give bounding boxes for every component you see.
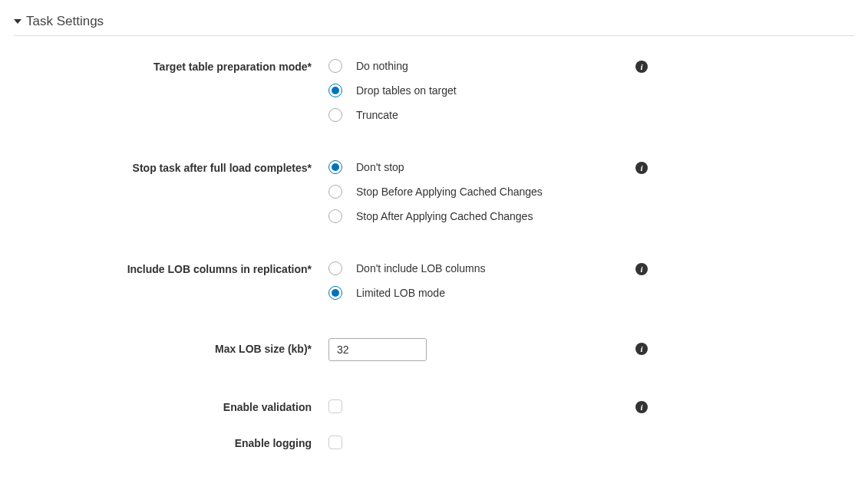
control-lob-columns: Don't include LOB columns Limited LOB mo… — [328, 261, 635, 300]
checkbox-enable-logging[interactable] — [328, 435, 342, 449]
radio-dont-stop[interactable] — [328, 160, 342, 174]
row-preparation-mode: Target table preparation mode* Do nothin… — [14, 59, 854, 122]
radio-label-no-lob: Don't include LOB columns — [356, 262, 485, 274]
max-lob-input[interactable] — [328, 338, 427, 361]
label-max-lob: Max LOB size (kb)* — [14, 338, 328, 355]
radio-limited-lob[interactable] — [328, 286, 342, 300]
info-icon[interactable]: i — [635, 343, 648, 355]
radio-option-limited-lob: Limited LOB mode — [328, 286, 635, 300]
radio-label-stop-after: Stop After Applying Cached Changes — [356, 210, 533, 222]
info-col: i — [635, 399, 658, 413]
radio-label-do-nothing: Do nothing — [356, 60, 408, 72]
label-stop-task: Stop task after full load completes* — [14, 160, 328, 174]
radio-option-stop-after: Stop After Applying Cached Changes — [328, 209, 635, 223]
info-col: i — [635, 160, 658, 174]
radio-do-nothing[interactable] — [328, 59, 342, 73]
radio-label-truncate: Truncate — [356, 109, 398, 121]
info-col: i — [635, 59, 658, 73]
radio-drop-tables[interactable] — [328, 84, 342, 97]
radio-no-lob[interactable] — [328, 261, 342, 275]
radio-option-stop-before: Stop Before Applying Cached Changes — [328, 185, 635, 199]
info-icon[interactable]: i — [635, 401, 648, 413]
radio-label-dont-stop: Don't stop — [356, 161, 404, 173]
radio-option-dont-stop: Don't stop — [328, 160, 635, 174]
row-max-lob: Max LOB size (kb)* i — [14, 338, 854, 361]
label-lob-columns: Include LOB columns in replication* — [14, 261, 328, 275]
caret-down-icon — [14, 19, 21, 24]
radio-option-truncate: Truncate — [328, 108, 635, 122]
radio-label-stop-before: Stop Before Applying Cached Changes — [356, 186, 543, 198]
radio-option-drop-tables: Drop tables on target — [328, 84, 635, 97]
radio-option-do-nothing: Do nothing — [328, 59, 635, 73]
section-title: Task Settings — [26, 14, 104, 29]
radio-label-limited-lob: Limited LOB mode — [356, 287, 445, 299]
radio-option-no-lob: Don't include LOB columns — [328, 261, 635, 275]
section-header[interactable]: Task Settings — [14, 14, 854, 36]
info-icon[interactable]: i — [635, 61, 648, 73]
control-enable-logging — [328, 435, 635, 452]
info-col: i — [635, 261, 658, 275]
label-enable-logging: Enable logging — [14, 435, 328, 449]
label-enable-validation: Enable validation — [14, 399, 328, 413]
info-col: i — [635, 338, 658, 355]
control-enable-validation — [328, 399, 635, 416]
row-enable-logging: Enable logging — [14, 435, 854, 452]
control-stop-task: Don't stop Stop Before Applying Cached C… — [328, 160, 635, 223]
radio-stop-after[interactable] — [328, 209, 342, 223]
info-col — [635, 435, 658, 437]
info-icon[interactable]: i — [635, 162, 648, 174]
label-preparation-mode: Target table preparation mode* — [14, 59, 328, 73]
info-icon[interactable]: i — [635, 263, 648, 275]
row-lob-columns: Include LOB columns in replication* Don'… — [14, 261, 854, 300]
control-max-lob — [328, 338, 635, 361]
row-stop-task: Stop task after full load completes* Don… — [14, 160, 854, 223]
radio-truncate[interactable] — [328, 108, 342, 122]
checkbox-enable-validation[interactable] — [328, 399, 342, 413]
radio-label-drop-tables: Drop tables on target — [356, 84, 457, 97]
row-enable-validation: Enable validation i — [14, 399, 854, 416]
radio-stop-before[interactable] — [328, 185, 342, 199]
control-preparation-mode: Do nothing Drop tables on target Truncat… — [328, 59, 635, 122]
